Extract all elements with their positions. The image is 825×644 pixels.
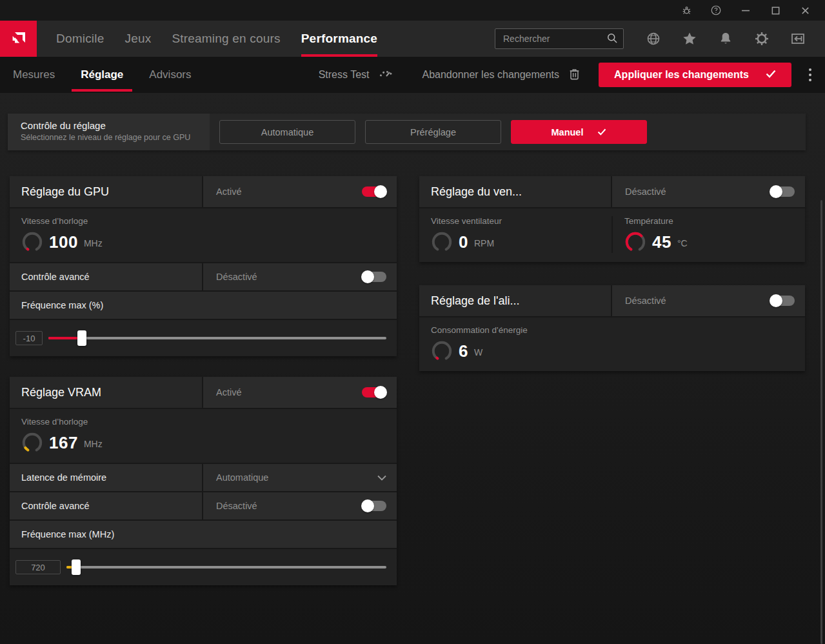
mode-manual-button[interactable]: Manuel — [511, 120, 647, 144]
vram-tuning-card: Réglage VRAM Activé Vitesse d’horloge — [10, 377, 397, 585]
nav-tab-domicile[interactable]: Domicile — [46, 21, 114, 57]
discard-changes-button[interactable]: Abandonner les changements — [422, 67, 581, 83]
subtab-reglage[interactable]: Réglage — [72, 57, 132, 93]
gpu-card-title: Réglage du GPU — [10, 176, 203, 207]
vram-freq-value-input[interactable]: 720 — [15, 560, 61, 574]
tuning-content: Contrôle du réglage Sélectionnez le nive… — [0, 93, 825, 644]
nav-tab-jeux[interactable]: Jeux — [114, 21, 161, 57]
fan-enable-toggle[interactable] — [770, 186, 795, 197]
amd-logo[interactable] — [0, 21, 37, 57]
gpu-clock-label: Vitesse d’horloge — [21, 216, 397, 226]
subtab-advisors[interactable]: Advisors — [140, 57, 200, 93]
active-subtab-underline — [72, 89, 132, 92]
favorites-star-icon[interactable] — [671, 21, 708, 57]
vram-freq-slider-track[interactable] — [66, 566, 386, 569]
gpu-clock-gauge — [21, 231, 43, 253]
stress-test-button[interactable]: Stress Test — [319, 66, 395, 83]
gpu-freq-value-input[interactable]: -10 — [15, 331, 43, 345]
gpu-freq-slider-handle[interactable] — [77, 330, 86, 346]
apply-changes-button[interactable]: Appliquer les changements — [599, 63, 791, 87]
apply-changes-label: Appliquer les changements — [614, 69, 749, 81]
gpu-clock-stat: Vitesse d’horloge 100 MHz — [21, 216, 397, 253]
vram-clock-stat: Vitesse d’horloge 167 MHz — [21, 417, 397, 454]
temperature-gauge — [624, 231, 646, 253]
temperature-stat: Température 45 °C — [611, 216, 805, 253]
gpu-freq-slider-row: -10 — [10, 319, 397, 356]
search-box — [495, 28, 624, 49]
vram-card-title: Réglage VRAM — [10, 377, 203, 408]
search-input[interactable] — [495, 28, 624, 49]
gpu-advanced-toggle[interactable] — [362, 272, 386, 282]
trash-icon — [568, 67, 581, 83]
power-consumption-stat: Consommation d'énergie 6 W — [431, 325, 805, 362]
vram-latency-dropdown[interactable]: Automatique — [203, 464, 397, 491]
close-button[interactable] — [790, 0, 820, 21]
gpu-advanced-label: Contrôle avancé — [10, 263, 203, 290]
gpu-clock-unit: MHz — [84, 238, 103, 248]
vram-clock-gauge — [21, 432, 43, 454]
tuning-control-title: Contrôle du réglage — [21, 120, 210, 131]
subnav-actions: Stress Test Abandonner les changements A… — [319, 57, 825, 93]
help-icon[interactable] — [701, 0, 731, 21]
vertical-scrollbar[interactable] — [820, 200, 822, 644]
overflow-menu-button[interactable] — [802, 63, 819, 87]
fan-card-title: Réglage du ven... — [419, 176, 612, 207]
subtab-label: Advisors — [149, 68, 191, 81]
nav-tab-label: Jeux — [124, 32, 151, 46]
performance-subnav: Mesures Réglage Advisors Stress Test Aba… — [0, 57, 825, 93]
gpu-enable-toggle[interactable] — [362, 186, 386, 197]
discard-changes-label: Abandonner les changements — [422, 69, 559, 81]
power-consumption-gauge — [431, 340, 453, 362]
mode-label: Préréglage — [410, 127, 456, 137]
vram-freq-slider-handle[interactable] — [72, 559, 81, 575]
vram-status-text: Activé — [216, 387, 242, 397]
collapse-panel-icon[interactable] — [780, 21, 816, 57]
vram-advanced-status: Désactivé — [216, 501, 257, 511]
gpu-advanced-status: Désactivé — [216, 272, 257, 282]
mode-label: Manuel — [552, 127, 584, 137]
adrenalin-window: Domicile Jeux Streaming en cours Perform… — [0, 0, 825, 644]
bug-report-icon[interactable] — [671, 0, 701, 21]
tuning-control-panel: Contrôle du réglage Sélectionnez le nive… — [8, 114, 806, 150]
vram-clock-unit: MHz — [84, 439, 103, 449]
settings-gear-icon[interactable] — [744, 21, 780, 57]
mode-automatic-button[interactable]: Automatique — [219, 120, 355, 144]
fan-speed-gauge — [431, 231, 453, 253]
maximize-button[interactable] — [760, 0, 790, 21]
gpu-freq-max-label: Fréquence max (%) — [10, 290, 397, 319]
nav-tab-performance[interactable]: Performance — [291, 21, 388, 57]
vram-clock-value: 167 — [49, 433, 78, 453]
power-enable-toggle[interactable] — [770, 296, 795, 306]
check-icon — [597, 127, 606, 137]
power-tuning-card: Réglage de l'ali... Désactivé Consommati… — [419, 285, 805, 371]
subtab-mesures[interactable]: Mesures — [4, 57, 64, 93]
notifications-bell-icon[interactable] — [708, 21, 744, 57]
search-icon[interactable] — [606, 32, 619, 47]
minimize-button[interactable] — [731, 0, 760, 21]
fan-speed-unit: RPM — [474, 238, 494, 248]
power-status-text: Désactivé — [625, 296, 666, 306]
vram-enable-toggle[interactable] — [362, 387, 386, 397]
main-nav: Domicile Jeux Streaming en cours Perform… — [0, 21, 825, 57]
speedometer-icon — [378, 66, 395, 83]
nav-tab-streaming[interactable]: Streaming en cours — [161, 21, 290, 57]
vram-latency-value: Automatique — [216, 472, 268, 483]
tuning-mode-options: Automatique Préréglage Manuel — [219, 120, 647, 144]
power-consumption-unit: W — [474, 347, 482, 357]
nav-tab-label: Performance — [301, 32, 377, 46]
power-consumption-value: 6 — [459, 341, 468, 361]
gpu-status-text: Activé — [216, 186, 242, 197]
vram-clock-label: Vitesse d’horloge — [21, 417, 397, 427]
subtab-label: Réglage — [81, 68, 123, 81]
check-icon — [766, 69, 776, 81]
gpu-clock-value: 100 — [49, 232, 78, 252]
gpu-freq-slider-track[interactable] — [48, 337, 386, 339]
mode-preset-button[interactable]: Préréglage — [365, 120, 501, 144]
chevron-down-icon — [377, 472, 386, 483]
web-globe-icon[interactable] — [635, 21, 671, 57]
power-card-title: Réglage de l'ali... — [419, 285, 612, 316]
vram-advanced-toggle[interactable] — [362, 501, 386, 511]
fan-tuning-card: Réglage du ven... Désactivé Vitesse vent… — [419, 176, 805, 262]
fan-speed-value: 0 — [459, 232, 468, 252]
vram-freq-max-label: Fréquence max (MHz) — [10, 519, 397, 548]
